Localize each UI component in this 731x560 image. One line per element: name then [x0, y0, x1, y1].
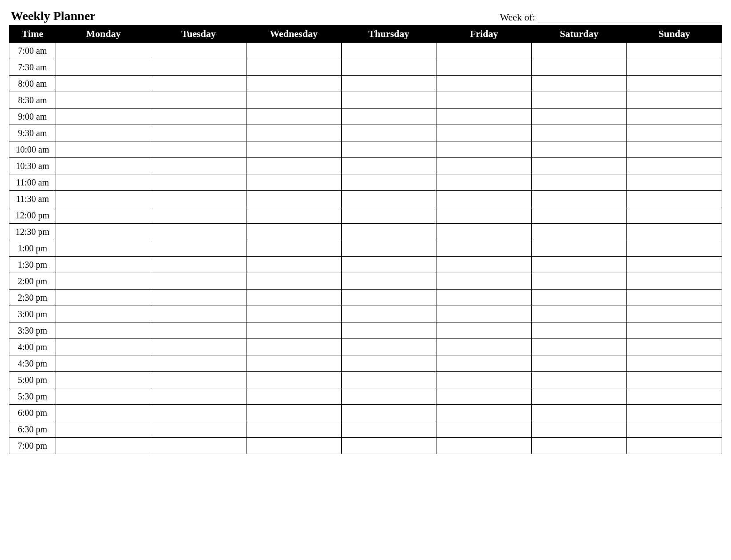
slot-cell[interactable]: [151, 109, 246, 125]
slot-cell[interactable]: [532, 355, 627, 372]
slot-cell[interactable]: [341, 322, 436, 339]
slot-cell[interactable]: [436, 273, 532, 290]
slot-cell[interactable]: [532, 405, 627, 421]
slot-cell[interactable]: [151, 290, 246, 306]
slot-cell[interactable]: [246, 125, 341, 141]
slot-cell[interactable]: [341, 224, 436, 240]
slot-cell[interactable]: [341, 438, 436, 454]
slot-cell[interactable]: [532, 388, 627, 405]
slot-cell[interactable]: [532, 240, 627, 257]
slot-cell[interactable]: [151, 158, 246, 174]
slot-cell[interactable]: [436, 125, 532, 141]
slot-cell[interactable]: [151, 438, 246, 454]
slot-cell[interactable]: [151, 388, 246, 405]
slot-cell[interactable]: [341, 421, 436, 438]
slot-cell[interactable]: [627, 191, 722, 207]
slot-cell[interactable]: [532, 438, 627, 454]
slot-cell[interactable]: [532, 421, 627, 438]
slot-cell[interactable]: [246, 207, 341, 224]
slot-cell[interactable]: [151, 59, 246, 76]
slot-cell[interactable]: [436, 438, 532, 454]
slot-cell[interactable]: [532, 372, 627, 388]
slot-cell[interactable]: [56, 59, 151, 76]
slot-cell[interactable]: [627, 273, 722, 290]
slot-cell[interactable]: [532, 174, 627, 191]
slot-cell[interactable]: [627, 421, 722, 438]
slot-cell[interactable]: [341, 388, 436, 405]
slot-cell[interactable]: [56, 322, 151, 339]
slot-cell[interactable]: [436, 141, 532, 158]
slot-cell[interactable]: [436, 158, 532, 174]
slot-cell[interactable]: [436, 306, 532, 322]
slot-cell[interactable]: [341, 125, 436, 141]
slot-cell[interactable]: [56, 405, 151, 421]
slot-cell[interactable]: [627, 322, 722, 339]
slot-cell[interactable]: [56, 125, 151, 141]
slot-cell[interactable]: [436, 372, 532, 388]
slot-cell[interactable]: [341, 76, 436, 92]
slot-cell[interactable]: [151, 174, 246, 191]
slot-cell[interactable]: [532, 322, 627, 339]
slot-cell[interactable]: [246, 174, 341, 191]
slot-cell[interactable]: [436, 240, 532, 257]
slot-cell[interactable]: [436, 191, 532, 207]
slot-cell[interactable]: [56, 355, 151, 372]
slot-cell[interactable]: [627, 76, 722, 92]
slot-cell[interactable]: [341, 240, 436, 257]
slot-cell[interactable]: [151, 421, 246, 438]
slot-cell[interactable]: [56, 339, 151, 355]
slot-cell[interactable]: [532, 125, 627, 141]
slot-cell[interactable]: [151, 339, 246, 355]
slot-cell[interactable]: [246, 388, 341, 405]
slot-cell[interactable]: [56, 240, 151, 257]
slot-cell[interactable]: [627, 207, 722, 224]
slot-cell[interactable]: [151, 372, 246, 388]
slot-cell[interactable]: [56, 306, 151, 322]
slot-cell[interactable]: [532, 207, 627, 224]
slot-cell[interactable]: [532, 224, 627, 240]
slot-cell[interactable]: [436, 290, 532, 306]
slot-cell[interactable]: [436, 421, 532, 438]
slot-cell[interactable]: [627, 405, 722, 421]
slot-cell[interactable]: [151, 273, 246, 290]
slot-cell[interactable]: [532, 273, 627, 290]
slot-cell[interactable]: [56, 421, 151, 438]
slot-cell[interactable]: [151, 141, 246, 158]
slot-cell[interactable]: [341, 355, 436, 372]
slot-cell[interactable]: [151, 224, 246, 240]
slot-cell[interactable]: [151, 76, 246, 92]
slot-cell[interactable]: [436, 388, 532, 405]
slot-cell[interactable]: [246, 306, 341, 322]
slot-cell[interactable]: [436, 59, 532, 76]
slot-cell[interactable]: [56, 43, 151, 59]
slot-cell[interactable]: [627, 43, 722, 59]
slot-cell[interactable]: [246, 438, 341, 454]
slot-cell[interactable]: [56, 92, 151, 109]
slot-cell[interactable]: [56, 438, 151, 454]
slot-cell[interactable]: [532, 158, 627, 174]
slot-cell[interactable]: [341, 141, 436, 158]
slot-cell[interactable]: [246, 355, 341, 372]
slot-cell[interactable]: [151, 257, 246, 273]
slot-cell[interactable]: [56, 158, 151, 174]
slot-cell[interactable]: [246, 43, 341, 59]
slot-cell[interactable]: [246, 290, 341, 306]
slot-cell[interactable]: [151, 405, 246, 421]
slot-cell[interactable]: [532, 290, 627, 306]
slot-cell[interactable]: [341, 174, 436, 191]
slot-cell[interactable]: [56, 174, 151, 191]
slot-cell[interactable]: [56, 76, 151, 92]
slot-cell[interactable]: [532, 59, 627, 76]
slot-cell[interactable]: [532, 92, 627, 109]
slot-cell[interactable]: [436, 322, 532, 339]
slot-cell[interactable]: [151, 125, 246, 141]
slot-cell[interactable]: [56, 141, 151, 158]
slot-cell[interactable]: [151, 240, 246, 257]
slot-cell[interactable]: [151, 191, 246, 207]
slot-cell[interactable]: [627, 240, 722, 257]
slot-cell[interactable]: [246, 273, 341, 290]
slot-cell[interactable]: [151, 207, 246, 224]
slot-cell[interactable]: [246, 257, 341, 273]
slot-cell[interactable]: [341, 257, 436, 273]
slot-cell[interactable]: [532, 43, 627, 59]
